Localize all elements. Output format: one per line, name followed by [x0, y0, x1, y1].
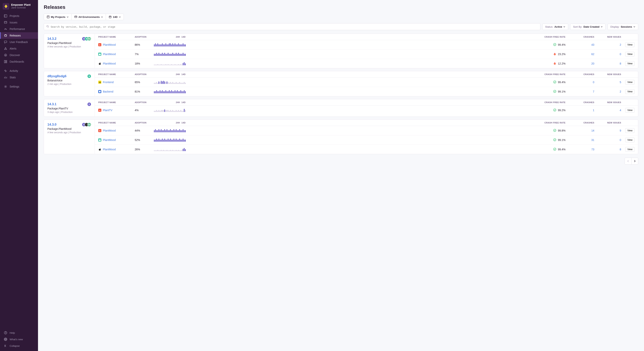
new-issues-link[interactable]: 9	[620, 129, 621, 132]
project-link[interactable]: PlantMood	[103, 43, 116, 46]
android-icon	[98, 53, 101, 56]
new-issues-link[interactable]: 2	[620, 90, 621, 93]
sidebar-item-label: Dashboards	[10, 60, 24, 63]
svg-rect-14	[75, 16, 77, 18]
crashes-link[interactable]: 7	[593, 90, 594, 93]
release-package: Package.PlantTV	[48, 107, 72, 110]
adoption-value: 81%	[135, 90, 140, 93]
view-button[interactable]: View	[625, 128, 634, 133]
project-link[interactable]: PlantMood	[103, 148, 116, 151]
sidebar: Empower Plant Jane Schmidt Projects Issu…	[0, 0, 38, 351]
user-feedback-icon	[4, 40, 7, 44]
page-next[interactable]	[631, 158, 638, 165]
release-version-link[interactable]: d8yug8sdg6	[48, 74, 72, 78]
new-issues-link[interactable]: 4	[620, 109, 621, 112]
status-filter[interactable]: Status: Active	[542, 24, 568, 30]
sidebar-item-whatsnew[interactable]: What's new	[0, 336, 38, 342]
adoption-sparkline	[154, 148, 186, 151]
new-issues-link[interactable]: 0	[620, 53, 621, 56]
filter-range[interactable]: 14D	[106, 14, 124, 20]
crash-free-rate: 99.4%	[558, 43, 566, 46]
sidebar-item-activity[interactable]: Activity	[0, 68, 38, 74]
project-link[interactable]: PlantMood	[103, 138, 116, 142]
project-link[interactable]: PlantMood	[103, 129, 116, 132]
new-issues-link[interactable]: 0	[620, 138, 621, 142]
view-button[interactable]: View	[625, 108, 634, 113]
sidebar-item-label: Collapse	[10, 344, 20, 347]
project-link[interactable]: Backend	[103, 90, 113, 93]
svg-point-9	[6, 333, 6, 334]
view-button[interactable]: View	[625, 43, 634, 47]
sidebar-item-releases[interactable]: Releases	[0, 32, 38, 39]
project-link[interactable]: PlantMood	[103, 53, 116, 56]
project-row: PlantMood 18% 12.2% 20 8 View	[95, 59, 638, 68]
crashes-link[interactable]: 62	[591, 53, 594, 56]
sidebar-item-dashboards[interactable]: Dashboards	[0, 58, 38, 65]
sidebar-item-alerts[interactable]: Alerts	[0, 45, 38, 52]
sidebar-item-discover[interactable]: Discover	[0, 52, 38, 58]
sidebar-item-collapse[interactable]: Collapse	[0, 342, 38, 349]
adoption-value: 65%	[135, 81, 140, 84]
sidebar-item-help[interactable]: Help	[0, 329, 38, 336]
swift-icon	[98, 129, 101, 132]
crashes-link[interactable]: 14	[591, 129, 594, 132]
org-switcher[interactable]: Empower Plant Jane Schmidt	[0, 0, 38, 12]
svg-rect-5	[6, 61, 7, 62]
org-logo	[3, 3, 9, 10]
new-issues-link[interactable]: 8	[620, 62, 621, 65]
page-prev[interactable]	[624, 158, 632, 165]
crashes-link[interactable]: 0	[593, 81, 594, 84]
project-link[interactable]: Frontend	[103, 81, 114, 84]
adoption-sparkline	[154, 53, 186, 56]
view-button[interactable]: View	[625, 89, 634, 94]
new-issues-link[interactable]: 2	[620, 43, 621, 46]
adoption-sparkline	[154, 43, 186, 47]
project-link[interactable]: PlantMood	[103, 62, 116, 65]
search-input[interactable]	[51, 25, 538, 28]
sidebar-item-performance[interactable]: Performance	[0, 26, 38, 32]
org-user: Jane Schmidt	[11, 7, 34, 9]
view-button[interactable]: View	[625, 147, 634, 152]
new-issues-link[interactable]: 8	[620, 148, 621, 151]
adoption-sparkline	[154, 129, 186, 132]
sidebar-item-label: Releases	[10, 34, 21, 37]
view-button[interactable]: View	[625, 80, 634, 85]
sidebar-item-issues[interactable]: Issues	[0, 19, 38, 26]
view-button[interactable]: View	[625, 138, 634, 142]
project-link[interactable]: PlantTV	[103, 109, 112, 112]
release-package: Package.PlantMood	[48, 42, 81, 45]
release-version-link[interactable]: 14.3.1	[48, 102, 72, 106]
view-button[interactable]: View	[625, 61, 634, 66]
crashes-link[interactable]: 73	[591, 148, 594, 151]
svg-rect-20	[99, 54, 101, 55]
search-input-wrapper[interactable]	[44, 23, 540, 30]
sidebar-item-projects[interactable]: Projects	[0, 13, 38, 19]
svg-point-21	[99, 53, 100, 54]
release-version-link[interactable]: 14.3.0	[48, 123, 81, 127]
svg-point-11	[4, 338, 6, 340]
crashes-link[interactable]: 1	[593, 109, 594, 112]
apple-icon	[98, 148, 101, 151]
sidebar-item-stats[interactable]: Stats	[0, 74, 38, 81]
filter-environments[interactable]: All Environments	[72, 14, 106, 20]
crashes-link[interactable]: 43	[591, 43, 594, 46]
release-version-link[interactable]: 14.3.2	[48, 37, 81, 41]
check-circle-icon	[553, 81, 556, 84]
new-issues-link[interactable]: 5	[620, 81, 621, 84]
crash-free-rate: 99.1%	[558, 90, 566, 93]
check-circle-icon	[553, 129, 556, 133]
display-mode[interactable]: Display: Sessions	[608, 24, 638, 30]
swift-icon	[98, 109, 101, 112]
svg-rect-27	[99, 91, 100, 92]
crashes-link[interactable]: 20	[591, 62, 594, 65]
svg-point-3	[4, 54, 7, 56]
view-button[interactable]: View	[625, 52, 634, 57]
adoption-sparkline	[154, 62, 186, 65]
sidebar-item-user-feedback[interactable]: User Feedback	[0, 39, 38, 45]
sidebar-item-settings[interactable]: Settings	[0, 83, 38, 90]
settings-icon	[4, 85, 7, 88]
filter-projects[interactable]: My Projects	[44, 14, 72, 20]
sort-by[interactable]: Sort By: Date Created	[570, 24, 606, 30]
sidebar-item-label: Settings	[10, 85, 20, 88]
crashes-link[interactable]: 31	[591, 138, 594, 142]
